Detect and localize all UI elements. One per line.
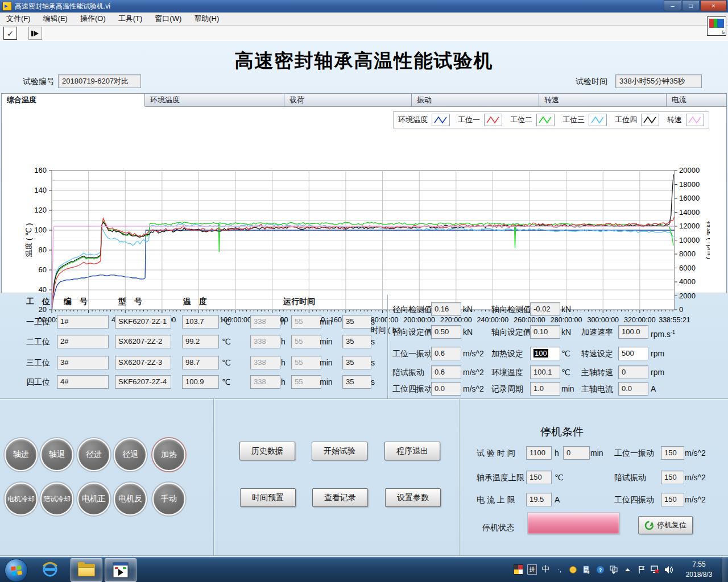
round-button-电机反[interactable]: 电机反 [114, 483, 147, 516]
tab-振动[interactable]: 振动 [412, 93, 539, 107]
param-unit: kN [561, 325, 571, 339]
button-开始试验[interactable]: 开始试验 [312, 442, 367, 460]
shutdown-label-2: 电 流 上 限 [477, 493, 515, 506]
button-历史数据[interactable]: 历史数据 [239, 442, 295, 460]
shutdown-status-label: 停机状态 [482, 521, 514, 534]
param-unit: m/s^2 [463, 347, 484, 360]
taskbar-clock[interactable]: 7:55 2018/8/3 [678, 559, 720, 580]
explorer-taskbar-item[interactable] [71, 558, 102, 582]
param-field-主轴电流: 0.0 [618, 382, 648, 396]
station-model-field[interactable]: SKF6207-2Z-4 [115, 375, 171, 389]
param-unit: rpm [651, 347, 664, 360]
param-field-主轴转速: 0 [618, 365, 648, 379]
close-button[interactable]: × [700, 0, 727, 11]
station-no-field[interactable]: 1# [57, 315, 109, 329]
svg-text:14000: 14000 [679, 208, 700, 217]
shutdown-right-field[interactable]: 150 [661, 471, 684, 484]
document-icon[interactable] [582, 565, 592, 575]
round-button-加热[interactable]: 加热 [152, 438, 185, 471]
shutdown-unit: ℃ [555, 471, 564, 484]
station-no-field[interactable]: 2# [57, 335, 109, 348]
station-no-field[interactable]: 4# [57, 375, 109, 389]
param-field-加热设定[interactable]: 100 [530, 347, 560, 360]
divider [0, 555, 728, 556]
punctuation-icon[interactable]: ·, [555, 565, 564, 575]
legend-item-转速[interactable]: 转速 [667, 114, 704, 126]
round-button-径进[interactable]: 径进 [77, 438, 110, 471]
round-button-电机冷却[interactable]: 电机冷却 [5, 483, 38, 516]
legend-item-工位一[interactable]: 工位一 [458, 114, 502, 126]
tab-环境温度[interactable]: 环境温度 [145, 93, 284, 107]
tab-电流[interactable]: 电流 [667, 93, 727, 107]
button-程序退出[interactable]: 程序退出 [384, 442, 440, 460]
shutdown-right-field[interactable]: 150 [661, 446, 684, 460]
shutdown-title: 停机条件 [460, 425, 664, 439]
test-id-field[interactable]: 20180719-6207对比 [58, 74, 141, 88]
shutdown-field[interactable]: 0 [563, 446, 590, 460]
svg-text:20000: 20000 [679, 166, 700, 174]
menu-item-4[interactable]: 窗口(W) [148, 13, 188, 25]
tab-载荷[interactable]: 载荷 [284, 93, 412, 107]
shutdown-right-field[interactable]: 150 [661, 493, 684, 506]
shutdown-conditions-panel: 停机条件 停机状态 停机复位 试 验 时 间1100h0min工位一振动150m… [460, 398, 728, 555]
round-button-电机正[interactable]: 电机正 [77, 483, 110, 516]
volume-icon[interactable] [664, 565, 673, 575]
shutdown-field[interactable]: 19.5 [526, 493, 552, 506]
window-arrange-icon[interactable] [609, 565, 619, 575]
ime-mode-icon[interactable]: 拼 [527, 565, 537, 575]
legend-item-工位四[interactable]: 工位四 [615, 114, 659, 126]
ie-taskbar-item[interactable] [36, 558, 64, 581]
button-设置参数[interactable]: 设置参数 [385, 488, 441, 507]
column-header-temp: 温 度 [183, 297, 207, 307]
tab-转速[interactable]: 转速 [539, 93, 667, 107]
button-时间预置[interactable]: 时间预置 [240, 488, 296, 507]
button-查看记录[interactable]: 查看记录 [312, 488, 368, 507]
menu-item-2[interactable]: 操作(O) [74, 13, 112, 25]
station-temp-field: 99.2 [182, 335, 219, 348]
legend-item-环境温度[interactable]: 环境温度 [398, 114, 450, 126]
param-field-轴向检测值: -0.02 [530, 302, 560, 316]
tray-expand-icon[interactable] [623, 565, 632, 575]
confirm-button[interactable]: ✓ [3, 27, 17, 40]
legend-item-工位三[interactable]: 工位三 [562, 114, 607, 126]
system-tray: 拼中·,? [514, 557, 673, 582]
help-icon[interactable]: ? [595, 565, 605, 575]
round-button-手动[interactable]: 手动 [152, 483, 185, 516]
shutdown-field[interactable]: 1100 [526, 446, 552, 460]
shutdown-reset-button[interactable]: 停机复位 [638, 516, 693, 534]
station-model-field[interactable]: SX6207-2Z-3 [115, 356, 171, 369]
param-field-转速设定[interactable]: 500 [618, 347, 648, 360]
round-button-轴进[interactable]: 轴进 [5, 438, 38, 471]
minimize-button[interactable]: – [664, 0, 681, 11]
svg-text:140: 140 [34, 186, 47, 194]
messenger-icon[interactable] [568, 565, 578, 575]
ime-lang-indicator[interactable]: 中 [541, 565, 551, 575]
labview-taskbar-item[interactable] [105, 558, 136, 582]
s-unit: s [371, 315, 375, 329]
menu-item-3[interactable]: 工具(T) [112, 13, 149, 25]
shutdown-field[interactable]: 150 [526, 471, 552, 484]
show-desktop-button[interactable] [722, 557, 728, 582]
menu-item-5[interactable]: 帮助(H) [188, 13, 225, 25]
shutdown-label-1: 轴承温度上限 [477, 471, 524, 484]
station-model-field[interactable]: SKF6207-2Z-1 [115, 315, 171, 329]
param-field-轴向设定值: 0.10 [530, 325, 560, 339]
start-button[interactable] [5, 559, 28, 582]
round-button-径退[interactable]: 径退 [114, 438, 147, 471]
maximize-button[interactable]: □ [682, 0, 700, 11]
legend-label: 工位一 [458, 115, 480, 125]
station-model-field[interactable]: SX6207-2Z-2 [115, 335, 171, 348]
action-center-flag-icon[interactable] [636, 565, 646, 575]
taskbar: 拼中·,? 7:55 2018/8/3 [0, 557, 728, 582]
menu-item-1[interactable]: 编辑(E) [37, 13, 74, 25]
network-error-icon[interactable] [650, 565, 660, 575]
tab-综合温度[interactable]: 综合温度 [1, 93, 145, 107]
round-button-陪试冷却[interactable]: 陪试冷却 [40, 483, 73, 516]
run-button[interactable] [28, 27, 42, 40]
legend-item-工位二[interactable]: 工位二 [510, 114, 555, 126]
station-no-field[interactable]: 3# [57, 356, 109, 369]
ime-badge-icon[interactable] [514, 565, 523, 575]
menu-item-0[interactable]: 文件(F) [0, 13, 37, 25]
round-button-轴退[interactable]: 轴退 [40, 438, 73, 471]
svg-text:160: 160 [34, 166, 47, 174]
